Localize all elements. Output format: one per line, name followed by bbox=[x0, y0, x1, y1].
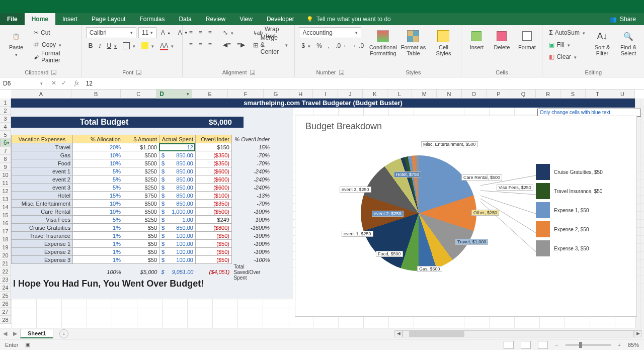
column-header[interactable]: L bbox=[387, 89, 412, 99]
tab-insert[interactable]: Insert bbox=[55, 13, 85, 25]
row-header[interactable]: 13 bbox=[0, 195, 11, 203]
row-header[interactable]: 7 bbox=[0, 147, 11, 155]
column-header[interactable]: J bbox=[338, 89, 363, 99]
currency-button[interactable]: $ bbox=[299, 40, 313, 51]
zoom-slider[interactable] bbox=[566, 344, 611, 346]
delete-cells-button[interactable]: Delete bbox=[491, 27, 513, 52]
row-header[interactable]: 5 bbox=[0, 131, 11, 139]
row-header[interactable]: 19 bbox=[0, 243, 11, 251]
underline-button[interactable]: U bbox=[104, 40, 119, 51]
tell-me-search[interactable]: Tell me what you want to do bbox=[306, 13, 391, 25]
column-header[interactable]: Q bbox=[511, 89, 536, 99]
decrease-decimal-button[interactable]: ←.0 bbox=[350, 40, 366, 51]
row-headers[interactable]: 1234567891011121314151617181920212223242… bbox=[0, 99, 11, 324]
row-header[interactable]: 27 bbox=[0, 308, 11, 316]
column-header[interactable]: T bbox=[586, 89, 610, 99]
zoom-in-button[interactable]: + bbox=[618, 342, 621, 348]
column-header[interactable]: C bbox=[121, 89, 156, 99]
row-header[interactable]: 25 bbox=[0, 292, 11, 300]
tab-file[interactable]: File bbox=[0, 13, 25, 25]
row-header[interactable]: 12 bbox=[0, 187, 11, 195]
column-headers[interactable]: ABCDEFGHIJKLMNOPQRSTU bbox=[11, 89, 635, 99]
font-name-select[interactable]: Calibri bbox=[86, 27, 136, 38]
column-header[interactable]: R bbox=[536, 89, 560, 99]
row-header[interactable]: 18 bbox=[0, 235, 11, 243]
column-header[interactable]: E bbox=[192, 89, 228, 99]
row-header[interactable]: 20 bbox=[0, 251, 11, 259]
align-middle-button[interactable]: ≡ bbox=[196, 27, 205, 38]
number-format-select[interactable]: Accounting bbox=[299, 27, 361, 38]
budget-table[interactable]: Vacation Expenses% Allocation$ AmountAct… bbox=[11, 135, 272, 281]
row-header[interactable]: 28 bbox=[0, 316, 11, 324]
row-header[interactable]: 22 bbox=[0, 267, 11, 276]
scroll-thumb[interactable] bbox=[409, 331, 464, 337]
row-header[interactable]: 14 bbox=[0, 203, 11, 211]
row-header[interactable]: 9 bbox=[0, 163, 11, 171]
row-header[interactable]: 10 bbox=[0, 171, 11, 179]
column-header[interactable]: S bbox=[560, 89, 585, 99]
increase-indent-button[interactable]: ≡▶ bbox=[234, 39, 248, 50]
copy-button[interactable]: Copy bbox=[31, 39, 77, 50]
column-header[interactable]: D bbox=[156, 89, 192, 99]
fill-button[interactable]: Fill bbox=[546, 39, 588, 50]
sort-filter-button[interactable]: A↓Sort & Filter bbox=[591, 27, 614, 58]
page-break-view-button[interactable] bbox=[538, 341, 548, 349]
horizontal-scrollbar[interactable]: ◀ ▶ bbox=[68, 330, 644, 337]
row-header[interactable]: 2 bbox=[0, 107, 11, 115]
tab-nav-prev[interactable]: ◀ bbox=[0, 330, 10, 337]
fx-icon[interactable]: fx bbox=[71, 77, 82, 89]
format-as-table-button[interactable]: Format as Table bbox=[399, 27, 427, 58]
grid[interactable]: smarthelping.com Travel Budgeter (Budget… bbox=[11, 99, 644, 328]
cut-button[interactable]: Cut bbox=[31, 27, 77, 38]
row-header[interactable]: 4 bbox=[0, 123, 11, 131]
align-top-button[interactable]: ≡ bbox=[187, 27, 195, 38]
dialog-launcher-icon[interactable] bbox=[51, 70, 56, 75]
align-center-button[interactable]: ≡ bbox=[196, 39, 205, 50]
column-header[interactable]: K bbox=[363, 89, 387, 99]
name-box[interactable]: D6 bbox=[0, 77, 46, 89]
row-header[interactable]: 16 bbox=[0, 219, 11, 227]
row-header[interactable]: 1 bbox=[0, 99, 11, 107]
column-header[interactable]: G bbox=[264, 89, 288, 99]
cell-styles-button[interactable]: Cell Styles bbox=[430, 27, 457, 58]
row-header[interactable]: 8 bbox=[0, 155, 11, 163]
column-header[interactable]: M bbox=[412, 89, 437, 99]
insert-cells-button[interactable]: Insert bbox=[465, 27, 488, 52]
page-layout-view-button[interactable] bbox=[521, 341, 531, 349]
tab-nav-next[interactable]: ▶ bbox=[10, 330, 20, 337]
scroll-left-button[interactable]: ◀ bbox=[394, 330, 403, 337]
scroll-right-button[interactable]: ▶ bbox=[634, 330, 642, 337]
column-header[interactable]: F bbox=[228, 89, 264, 99]
column-header[interactable]: N bbox=[437, 89, 461, 99]
font-color-button[interactable]: A bbox=[157, 40, 176, 51]
border-button[interactable] bbox=[120, 40, 138, 51]
increase-decimal-button[interactable]: .0→ bbox=[333, 40, 349, 51]
cancel-formula-button[interactable]: ✕ bbox=[51, 79, 56, 87]
tab-home[interactable]: Home bbox=[25, 13, 55, 25]
tab-page-layout[interactable]: Page Layout bbox=[85, 13, 132, 25]
row-header[interactable]: 26 bbox=[0, 300, 11, 308]
dialog-launcher-icon[interactable] bbox=[250, 70, 255, 75]
zoom-level[interactable]: 85% bbox=[628, 342, 639, 348]
column-header[interactable]: H bbox=[288, 89, 313, 99]
column-header[interactable]: O bbox=[462, 89, 487, 99]
autosum-button[interactable]: AutoSum bbox=[546, 27, 588, 38]
font-size-select[interactable]: 11 bbox=[138, 27, 156, 38]
paste-button[interactable]: 📋 Paste bbox=[4, 27, 28, 59]
row-header[interactable]: 24 bbox=[0, 284, 11, 292]
tab-developer[interactable]: Developer bbox=[260, 13, 301, 25]
zoom-out-button[interactable]: − bbox=[555, 342, 558, 348]
clear-button[interactable]: Clear bbox=[546, 51, 588, 62]
align-right-button[interactable]: ≡ bbox=[206, 39, 214, 50]
column-header[interactable]: U bbox=[610, 89, 635, 99]
column-header[interactable]: I bbox=[313, 89, 338, 99]
dialog-launcher-icon[interactable] bbox=[136, 70, 141, 75]
find-select-button[interactable]: Find & Select bbox=[617, 27, 640, 58]
dialog-launcher-icon[interactable] bbox=[339, 70, 344, 75]
normal-view-button[interactable] bbox=[504, 341, 514, 349]
format-painter-button[interactable]: Format Painter bbox=[31, 51, 77, 62]
conditional-formatting-button[interactable]: Conditional Formatting bbox=[369, 27, 396, 58]
macro-record-icon[interactable]: ▣ bbox=[25, 341, 30, 348]
row-header[interactable]: 3 bbox=[0, 115, 11, 123]
enter-formula-button[interactable]: ✓ bbox=[61, 79, 66, 87]
